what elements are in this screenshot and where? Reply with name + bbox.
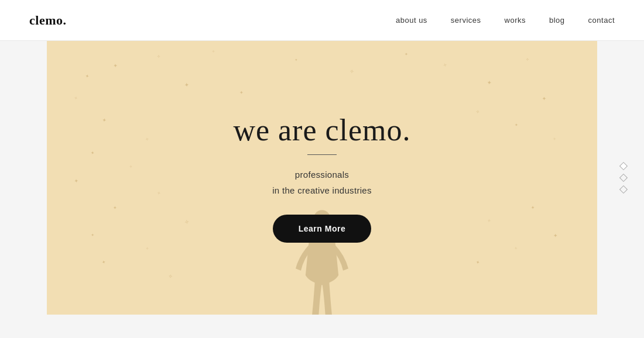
nav-works[interactable]: works bbox=[505, 16, 526, 25]
nav-contact[interactable]: contact bbox=[588, 16, 615, 25]
site-logo[interactable]: clemo. bbox=[29, 13, 66, 28]
main-nav: about us services works blog contact bbox=[396, 16, 615, 25]
hero-divider bbox=[307, 154, 337, 156]
slider-dots bbox=[621, 163, 626, 192]
slider-dot-3[interactable] bbox=[619, 185, 628, 194]
slider-dot-2[interactable] bbox=[619, 174, 628, 182]
site-header: clemo. about us services works blog cont… bbox=[0, 0, 644, 41]
nav-about-us[interactable]: about us bbox=[396, 16, 427, 25]
hero-title: we are clemo. bbox=[233, 113, 410, 147]
hero-wrapper: ✦ ✧ ✦ ✧ ✦ ✧ ✦ ✦ ✧ ✦ ✧ ✦ ✧ ✦ ✧ ✦ ✧ ✦ ✧ ✦ … bbox=[0, 41, 644, 315]
slider-dot-1[interactable] bbox=[619, 162, 628, 170]
hero-content: we are clemo. professionals in the creat… bbox=[233, 113, 410, 243]
nav-services[interactable]: services bbox=[451, 16, 481, 25]
hero-section: ✦ ✧ ✦ ✧ ✦ ✧ ✦ ✦ ✧ ✦ ✧ ✦ ✧ ✦ ✧ ✦ ✧ ✦ ✧ ✦ … bbox=[47, 41, 597, 315]
learn-more-button[interactable]: Learn More bbox=[273, 215, 371, 243]
hero-subtitle: professionals in the creative industries bbox=[233, 167, 410, 198]
nav-blog[interactable]: blog bbox=[549, 16, 565, 25]
